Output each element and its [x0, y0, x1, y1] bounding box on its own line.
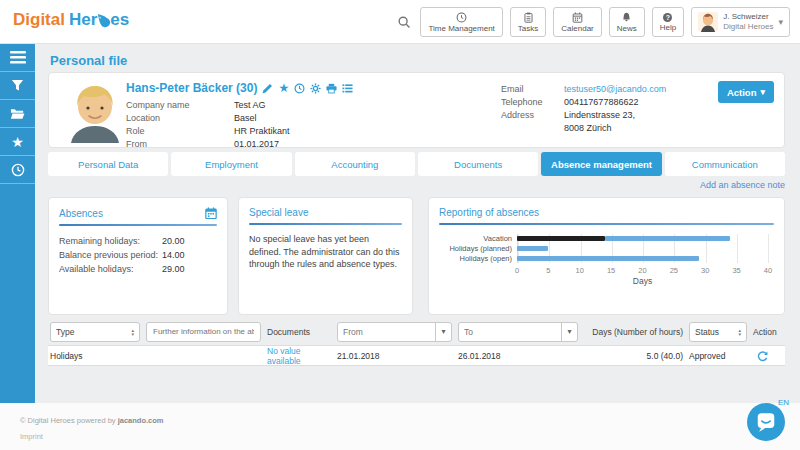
calendar-icon[interactable] [205, 207, 217, 219]
address-line2: 8008 Zürich [564, 122, 612, 135]
chart-tick-label: 15 [607, 266, 615, 275]
user-info: J. Schweizer Digital Heroes [723, 12, 773, 32]
chart-category-label: Holidays (planned) [439, 244, 517, 253]
spinner-icon: ▴▾ [738, 328, 741, 336]
profile-card: Hans-Peter Bäcker (30) ★ [48, 72, 785, 148]
help-label: Help [660, 23, 676, 32]
chart-xlabel: Days [517, 276, 768, 286]
sidebar-menu-button[interactable] [0, 44, 35, 72]
action-column-header: Action [753, 327, 783, 337]
from-date-input[interactable]: ▾ [337, 322, 452, 342]
absence-label: Available holidays: [59, 262, 162, 276]
sidebar-history-button[interactable] [0, 156, 35, 184]
absence-row: Available holidays:29.00 [59, 262, 217, 276]
top-header: Digital Her es Time Management [0, 0, 800, 44]
status-select[interactable]: Status ▴▾ [689, 322, 747, 342]
tab-accounting[interactable]: Accounting [295, 152, 415, 176]
type-select[interactable]: Type ▴▾ [50, 322, 140, 342]
spinner-icon: ▴▾ [131, 328, 134, 336]
chart-category-label: Holidays (open) [439, 254, 517, 263]
chart-ticks: 0510152025303540 [517, 266, 768, 275]
phone-label: Telephone [501, 96, 564, 109]
tab-employment[interactable]: Employment [171, 152, 291, 176]
email-link[interactable]: testuser50@jacando.com [564, 83, 666, 96]
row-from-date: 21.01.2018 [337, 351, 452, 361]
absence-chart: VacationHolidays (planned)Holidays (open… [439, 233, 774, 286]
chevron-down-icon[interactable]: ▾ [435, 323, 451, 341]
to-date-field[interactable] [459, 323, 561, 341]
folder-open-icon [10, 108, 25, 120]
sidebar-favorites-button[interactable]: ★ [0, 128, 35, 156]
history-clock-icon[interactable] [294, 83, 305, 94]
edit-icon[interactable] [262, 83, 273, 94]
chart-track [517, 246, 768, 251]
field-label: Role [126, 125, 234, 138]
details-list-icon[interactable] [342, 83, 353, 94]
absence-label: Remaining holidays: [59, 234, 162, 248]
type-select-label: Type [56, 327, 74, 337]
tab-communication[interactable]: Communication [665, 152, 785, 176]
chart-row: Holidays (planned) [439, 243, 774, 253]
tab-personal-data[interactable]: Personal Data [48, 152, 168, 176]
absence-row: Balance previous period:14.00 [59, 248, 217, 262]
user-menu[interactable]: J. Schweizer Digital Heroes ▾ [691, 7, 790, 37]
help-button[interactable]: ? Help [652, 7, 684, 37]
sidebar-filter-button[interactable] [0, 72, 35, 100]
calendar-button[interactable]: Calendar [553, 7, 601, 37]
chart-tick-label: 5 [546, 266, 550, 275]
from-date-field[interactable] [338, 323, 435, 341]
chart-row: Vacation [439, 233, 774, 243]
chart-bar [517, 236, 605, 241]
divider [249, 223, 402, 225]
settings-gear-icon[interactable] [310, 83, 321, 94]
row-documents-link[interactable]: No value available [267, 346, 331, 366]
absence-value: 29.00 [162, 262, 185, 276]
absence-info-input[interactable] [146, 322, 261, 342]
logo-text-her: Her [69, 10, 97, 30]
divider [59, 224, 217, 226]
bell-icon [621, 12, 632, 23]
to-date-input[interactable]: ▾ [458, 322, 578, 342]
tab-absence-management[interactable]: Absence management [541, 152, 661, 176]
clock-icon [11, 163, 25, 177]
chevron-down-icon: ▾ [760, 87, 765, 97]
copyright-prefix: © Digital Heroes powered by [20, 416, 118, 425]
left-sidebar: ★ [0, 44, 35, 403]
action-button[interactable]: Action ▾ [718, 81, 774, 103]
tasks-button[interactable]: Tasks [510, 7, 546, 37]
tab-documents[interactable]: Documents [418, 152, 538, 176]
field-label: Location [126, 112, 234, 125]
calendar-icon [572, 12, 583, 23]
imprint-link[interactable]: Imprint [20, 432, 43, 441]
calendar-label: Calendar [561, 24, 593, 33]
print-icon[interactable] [326, 83, 337, 94]
chat-button[interactable] [747, 403, 785, 441]
jacando-link[interactable]: jacando.com [118, 416, 164, 425]
news-button[interactable]: News [609, 7, 645, 37]
documents-column-header: Documents [267, 327, 331, 337]
sidebar-folder-button[interactable] [0, 100, 35, 128]
absences-title: Absences [59, 208, 103, 219]
special-leave-card: Special leave No special leave has yet b… [238, 197, 413, 315]
days-column-header: Days (Number of hours) [584, 327, 683, 337]
chart-tick-label: 30 [701, 266, 709, 275]
chevron-down-icon[interactable]: ▾ [561, 323, 577, 341]
page-title: Personal file [50, 53, 127, 68]
row-to-date: 26.01.2018 [458, 351, 578, 361]
reporting-title: Reporting of absences [439, 207, 539, 218]
add-absence-note-link[interactable]: Add an absence note [700, 180, 785, 190]
refresh-icon[interactable] [757, 351, 768, 362]
chart-tick-label: 40 [764, 266, 772, 275]
field-label: From [126, 138, 234, 151]
favorite-star-icon[interactable]: ★ [278, 83, 289, 94]
chart-tick-label: 35 [732, 266, 740, 275]
employee-contact: Emailtestuser50@jacando.com Telephone004… [501, 83, 666, 135]
special-leave-text: No special leave has yet been defined. T… [249, 233, 402, 271]
language-indicator[interactable]: EN [778, 398, 789, 407]
user-avatar [698, 12, 718, 32]
search-icon[interactable] [397, 15, 411, 29]
help-icon: ? [663, 13, 672, 22]
time-management-button[interactable]: Time Management [420, 7, 502, 37]
row-type: Holidays [50, 351, 140, 361]
table-filter-row: Type ▴▾ Documents ▾ ▾ Days (Number of ho… [48, 318, 785, 345]
